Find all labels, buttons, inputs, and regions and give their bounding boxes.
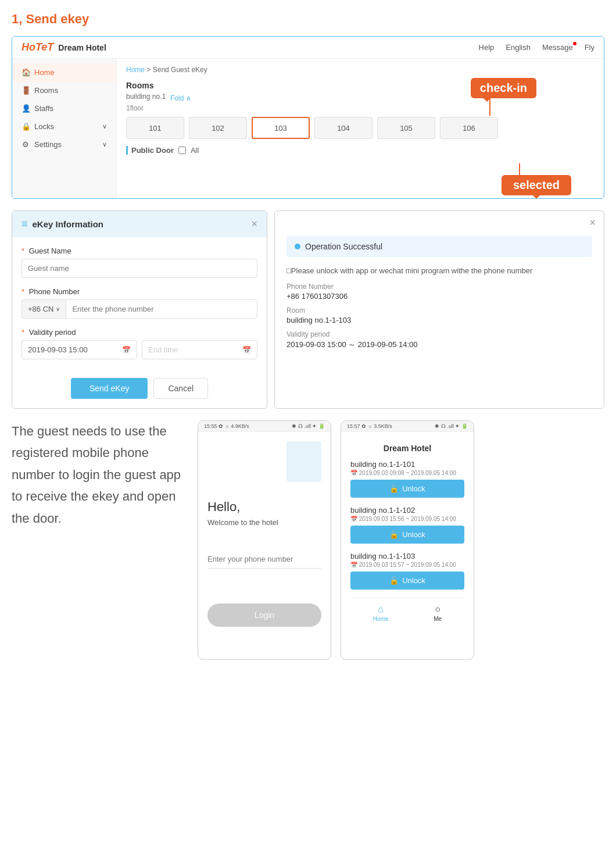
unlock-icon-2: 🔓	[389, 576, 399, 585]
end-time-input[interactable]: End time 📅	[142, 340, 257, 359]
breadcrumb-current: Send Guest eKey	[153, 66, 207, 74]
breadcrumb: Home > Send Guest eKey	[126, 66, 594, 74]
phone-number-input[interactable]	[66, 299, 257, 319]
sidebar-item-locks[interactable]: 🔒 Locks ∨	[12, 117, 116, 135]
ekey-form-close[interactable]: ×	[251, 218, 257, 230]
settings-icon: ⚙	[22, 140, 30, 149]
hotel-name: Dream Hotel	[58, 43, 106, 52]
selected-callout: selected	[502, 175, 571, 195]
checkin-callout-wrapper: check-in	[471, 78, 536, 116]
success-info-text: □Please unlock with app or wechat mini p…	[286, 265, 592, 277]
validity-field-label: Validity period	[286, 330, 592, 338]
phone1-number-input[interactable]	[207, 550, 321, 569]
message-badge-dot	[573, 42, 576, 45]
room-106[interactable]: 106	[440, 117, 498, 139]
rooms-icon: 🚪	[22, 86, 30, 95]
room-103[interactable]: 103	[252, 117, 310, 139]
start-date-input[interactable]: 2019-09-03 15:00 📅	[22, 340, 137, 359]
phone2-footer: ⌂ Home ○ Me	[350, 598, 464, 624]
room-104[interactable]: 104	[314, 117, 373, 139]
hotel-body: 🏠 Home 🚪 Rooms 👤 Staffs 🔒 Locks ∨ ⚙ Sett…	[12, 59, 604, 198]
sidebar-item-rooms[interactable]: 🚪 Rooms	[12, 81, 116, 99]
success-close-button[interactable]: ×	[589, 217, 596, 229]
ekey-form-footer: Send eKey Cancel	[12, 378, 267, 408]
room-102[interactable]: 102	[189, 117, 247, 139]
unlock-icon-1: 🔓	[389, 530, 399, 539]
phone2-room-name-0: building no.1-1-101	[350, 460, 464, 469]
room-101[interactable]: 101	[126, 117, 184, 139]
phone2-footer-me[interactable]: ○ Me	[434, 604, 442, 622]
send-ekey-button[interactable]: Send eKey	[71, 378, 148, 399]
phone2-unlock-btn-0[interactable]: 🔓 Unlock	[350, 480, 464, 498]
phone1-welcome: Welcome to the hotel	[207, 518, 321, 527]
phone2-content: Dream Hotel building no.1-1-101 📅 2019.0…	[341, 432, 474, 634]
required-star-3: *	[22, 328, 24, 337]
sidebar-item-staffs[interactable]: 👤 Staffs	[12, 99, 116, 117]
phone2-hotel-title: Dream Hotel	[350, 441, 464, 453]
phone2-room-date-0: 📅 2019.09.03 09:08 ~ 2019.09.05 14:00	[350, 470, 464, 476]
phone2-room-date-1: 📅 2019.09.03 15:56 ~ 2019.09.05 14:00	[350, 516, 464, 522]
success-body: Operation Successful □Please unlock with…	[275, 229, 604, 367]
checkin-callout: check-in	[471, 78, 536, 98]
phone2-room-date-2: 📅 2019.09.03 15:57 ~ 2019.09.05 14:00	[350, 562, 464, 568]
room-field-label: Room	[286, 306, 592, 315]
room-105[interactable]: 105	[377, 117, 435, 139]
nav-help[interactable]: Help	[479, 43, 495, 52]
phone2-unlock-btn-2[interactable]: 🔓 Unlock	[350, 572, 464, 590]
rooms-section: check-in Rooms building no.1 Fold ∧ 1flo…	[126, 81, 594, 166]
validity-field-value: 2019-09-03 15:00 ～ 2019-09-05 14:00	[286, 340, 592, 350]
phone2-room-item-2: building no.1-1-103 📅 2019.09.03 15:57 ~…	[350, 552, 464, 590]
public-door-row: Public Door All	[126, 146, 594, 155]
phone1-greeting: Hello,	[207, 499, 321, 515]
ekey-form-panel: ≡ eKey Information × * Guest Name * Phon…	[12, 210, 267, 409]
validity-label: * Validity period	[22, 328, 257, 337]
nav-fly[interactable]: Fly	[585, 43, 594, 52]
nav-language[interactable]: English	[506, 43, 531, 52]
selected-callout-wrapper: selected	[502, 163, 571, 195]
nav-message[interactable]: Message	[542, 43, 573, 52]
phone-prefix[interactable]: +86 CN ∨	[22, 299, 66, 319]
phone2-frame: 15:57 ✿ ☼ 3.5KB/s ✱ ☊ .ull ✦ 🔋 Dream Hot…	[341, 420, 474, 660]
prefix-chevron-icon: ∨	[56, 306, 60, 312]
sidebar-item-settings[interactable]: ⚙ Settings ∨	[12, 135, 116, 153]
me-footer-icon: ○	[435, 604, 440, 615]
start-calendar-icon: 📅	[122, 346, 131, 354]
phone-number-group: * Phone Number +86 CN ∨	[22, 287, 257, 319]
phone2-footer-home[interactable]: ⌂ Home	[373, 604, 389, 622]
ekey-form-icon: ≡	[22, 218, 28, 230]
phone1-login-button[interactable]: Login	[207, 604, 321, 627]
settings-chevron-icon: ∨	[102, 141, 107, 148]
phone2-status-bar: 15:57 ✿ ☼ 3.5KB/s ✱ ☊ .ull ✦ 🔋	[341, 421, 474, 432]
phone-number-label: * Phone Number	[22, 287, 257, 296]
validity-group: * Validity period 2019-09-03 15:00 📅 End…	[22, 328, 257, 359]
building-label: building no.1	[126, 92, 166, 101]
success-alert: Operation Successful	[286, 236, 592, 257]
phone2-unlock-btn-1[interactable]: 🔓 Unlock	[350, 526, 464, 544]
room-grid: 101 102 103 104 105 106	[126, 117, 594, 139]
row2: ≡ eKey Information × * Guest Name * Phon…	[12, 210, 604, 409]
cancel-button[interactable]: Cancel	[153, 378, 208, 399]
unlock-icon-0: 🔓	[389, 484, 399, 493]
hotel-admin-panel: HoTeT Dream Hotel Help English Message F…	[12, 36, 604, 199]
row3: The guest needs to use the registered mo…	[12, 420, 604, 660]
ekey-form-title: eKey Information	[33, 219, 104, 229]
guest-name-group: * Guest Name	[22, 247, 257, 278]
guest-name-input[interactable]	[22, 259, 257, 278]
success-panel: × Operation Successful □Please unlock wi…	[274, 210, 604, 409]
description-text: The guest needs to use the registered mo…	[12, 420, 186, 529]
hotel-logo: HoTeT Dream Hotel	[22, 41, 106, 53]
home-icon: 🏠	[22, 68, 30, 77]
fold-link[interactable]: Fold ∧	[170, 94, 191, 102]
phone2-room-item-0: building no.1-1-101 📅 2019.09.03 09:08 ~…	[350, 460, 464, 498]
phone-mockups: 15:55 ✿ ☼ 4.9KB/s ✱ ☊ .ull ✦ 🔋 Hello, We…	[198, 420, 474, 660]
breadcrumb-separator: >	[146, 66, 152, 74]
sidebar: 🏠 Home 🚪 Rooms 👤 Staffs 🔒 Locks ∨ ⚙ Sett…	[12, 59, 117, 198]
phone2-room-name-2: building no.1-1-103	[350, 552, 464, 560]
public-door-all-checkbox[interactable]	[178, 147, 186, 154]
main-content: Home > Send Guest eKey check-in Rooms bu…	[117, 59, 604, 198]
public-door-label: Public Door	[126, 146, 174, 155]
success-header: ×	[275, 211, 604, 229]
breadcrumb-home[interactable]: Home	[126, 66, 145, 74]
sidebar-item-home[interactable]: 🏠 Home	[12, 63, 116, 81]
locks-chevron-icon: ∨	[102, 123, 107, 130]
